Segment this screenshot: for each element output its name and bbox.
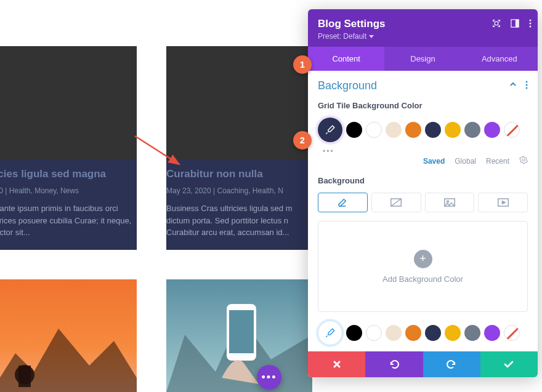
svg-point-15 <box>526 87 528 89</box>
blog-settings-panel: Blog Settings Preset: Default Content De… <box>308 9 538 377</box>
svg-rect-2 <box>18 366 31 387</box>
module-options-fab[interactable]: ••• <box>257 365 281 390</box>
card-meta: May 23, 2020 | Coaching, Health, N <box>166 186 312 195</box>
caret-down-icon <box>369 35 374 38</box>
plus-icon: + <box>414 250 432 268</box>
blog-card[interactable] <box>166 279 312 392</box>
color-swatch[interactable] <box>386 122 402 138</box>
palette-tab-recent[interactable]: Recent <box>486 157 509 166</box>
blog-card[interactable]: Curabitur non nulla May 23, 2020 | Coach… <box>166 46 312 250</box>
card-title[interactable]: ricies ligula sed magna <box>0 168 137 180</box>
card-excerpt: Business Cras ultricies ligula sed m dic… <box>166 202 312 239</box>
color-swatch[interactable] <box>464 325 480 341</box>
bg-type-video[interactable] <box>478 193 528 212</box>
color-swatches-secondary <box>318 321 528 345</box>
color-swatches <box>318 118 528 142</box>
gear-icon[interactable] <box>519 156 528 166</box>
svg-rect-9 <box>516 20 519 27</box>
add-background-color[interactable]: + Add Background Color <box>318 221 528 312</box>
color-swatch[interactable] <box>386 325 402 341</box>
color-swatch[interactable] <box>484 325 500 341</box>
svg-rect-5 <box>229 310 254 353</box>
svg-point-13 <box>526 81 528 83</box>
color-swatch[interactable] <box>445 122 461 138</box>
palette-tab-global[interactable]: Global <box>455 157 476 166</box>
panel-header: Blog Settings Preset: Default <box>308 9 538 47</box>
grid-tile-bg-label: Grid Tile Background Color <box>318 101 528 110</box>
section-title[interactable]: Background <box>318 79 377 92</box>
card-excerpt: m ante ipsum primis in faucibus orci ult… <box>0 202 137 239</box>
color-swatch[interactable] <box>366 325 382 341</box>
bg-type-color[interactable] <box>318 193 368 212</box>
step-marker-2: 2 <box>293 131 312 150</box>
svg-point-11 <box>530 23 532 25</box>
blog-card[interactable] <box>0 279 137 392</box>
color-picker-button[interactable] <box>318 118 342 142</box>
undo-button[interactable] <box>365 351 423 377</box>
color-swatch[interactable] <box>405 122 421 138</box>
bg-type-image[interactable] <box>425 193 475 212</box>
card-meta: 020 | Health, Money, News <box>0 186 137 195</box>
color-swatch[interactable] <box>464 122 480 138</box>
card-title[interactable]: Curabitur non nulla <box>166 168 312 180</box>
color-swatch[interactable] <box>425 325 441 341</box>
svg-point-19 <box>447 201 448 202</box>
palette-tab-saved[interactable]: Saved <box>423 157 445 166</box>
cancel-button[interactable] <box>308 351 365 377</box>
more-icon[interactable] <box>529 19 532 30</box>
section-more-icon[interactable] <box>525 81 528 91</box>
card-thumbnail <box>0 46 137 159</box>
card-thumbnail <box>166 46 312 159</box>
svg-rect-7 <box>495 22 498 25</box>
tab-content[interactable]: Content <box>308 47 384 71</box>
preset-selector[interactable]: Preset: Default <box>318 32 528 41</box>
color-swatch[interactable] <box>445 325 461 341</box>
color-swatch[interactable] <box>366 122 382 138</box>
svg-point-16 <box>522 159 525 161</box>
tab-design[interactable]: Design <box>384 47 461 71</box>
panel-footer <box>308 351 538 377</box>
svg-point-10 <box>530 20 532 22</box>
redo-button[interactable] <box>423 351 480 377</box>
card-thumbnail <box>0 279 137 392</box>
more-swatches-icon[interactable]: ••• <box>323 147 528 156</box>
background-type-tabs <box>318 193 528 212</box>
svg-point-14 <box>526 84 528 86</box>
color-swatch[interactable] <box>346 122 362 138</box>
step-marker-1: 1 <box>293 55 312 74</box>
blog-card[interactable]: ricies ligula sed magna 020 | Health, Mo… <box>0 46 137 250</box>
bg-type-gradient[interactable] <box>371 193 421 212</box>
settings-tabs: Content Design Advanced <box>308 47 538 71</box>
color-swatch[interactable] <box>346 325 362 341</box>
color-swatch[interactable] <box>425 122 441 138</box>
color-swatch-transparent[interactable] <box>504 325 520 341</box>
svg-point-12 <box>530 26 532 28</box>
color-swatch[interactable] <box>484 122 500 138</box>
expand-icon[interactable] <box>492 19 501 30</box>
add-bg-label: Add Background Color <box>382 274 463 284</box>
color-picker-button[interactable] <box>318 321 342 345</box>
collapse-icon[interactable] <box>509 81 517 91</box>
save-button[interactable] <box>480 351 538 377</box>
color-swatch[interactable] <box>405 325 421 341</box>
color-swatch-transparent[interactable] <box>504 122 520 138</box>
layout-icon[interactable] <box>511 19 519 30</box>
card-thumbnail <box>166 279 312 392</box>
background-label: Background <box>318 176 528 185</box>
tab-advanced[interactable]: Advanced <box>461 47 538 71</box>
